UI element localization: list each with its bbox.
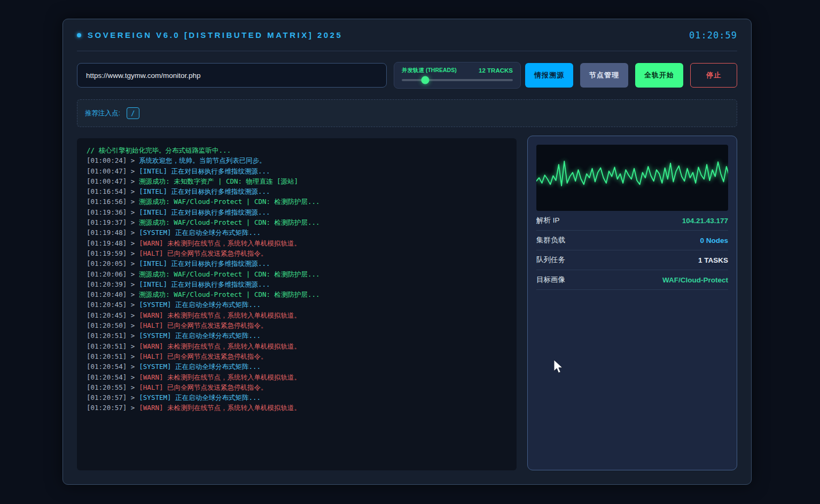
log-line: [01:00:47] >溯源成功: 未知数字资产 | CDN: 物理直连 [源站… bbox=[87, 176, 507, 186]
stats-list: 解析 IP104.21.43.177集群负载0 Nodes队列任务1 TASKS… bbox=[536, 211, 728, 290]
header-bar: SOVEREIGN V6.0 [DISTRIBUTED MATRIX] 2025… bbox=[77, 19, 737, 51]
threads-slider-panel: 并发轨道 (THREADS) 12 TRACKS bbox=[394, 62, 521, 89]
traffic-waveform-chart bbox=[536, 145, 728, 211]
log-line: [01:00:24] >系统欢迎您，统帅。当前节点列表已同步。 bbox=[87, 155, 507, 166]
stat-label: 队列任务 bbox=[536, 255, 565, 265]
stat-value: 104.21.43.177 bbox=[682, 217, 728, 225]
log-line: [01:19:36] >[INTEL] 正在对目标执行多维指纹溯源... bbox=[87, 207, 507, 217]
log-line: [01:19:59] >[HALT] 已向全网节点发送紧急停机指令。 bbox=[87, 248, 507, 258]
stat-value: 1 TASKS bbox=[698, 256, 728, 264]
target-url-input[interactable] bbox=[77, 63, 387, 88]
log-line: [01:20:06] >溯源成功: WAF/Cloud-Protect | CD… bbox=[87, 269, 507, 279]
log-line: [01:20:57] >[SYSTEM] 正在启动全球分布式矩阵... bbox=[87, 392, 507, 403]
log-line: [01:20:54] >[WARN] 未检测到在线节点，系统转入单机模拟轨道。 bbox=[87, 372, 507, 382]
clock: 01:20:59 bbox=[689, 30, 737, 41]
stat-label: 集群负载 bbox=[536, 235, 565, 245]
injection-point-badge[interactable]: / bbox=[127, 107, 139, 119]
threads-slider-track[interactable] bbox=[402, 79, 513, 81]
stat-row: 目标画像WAF/Cloud-Protect bbox=[536, 270, 728, 290]
log-line: [01:20:51] >[WARN] 未检测到在线节点，系统转入单机模拟轨道。 bbox=[87, 341, 507, 351]
stat-label: 目标画像 bbox=[536, 275, 565, 285]
log-line: [01:20:45] >[WARN] 未检测到在线节点，系统转入单机模拟轨道。 bbox=[87, 310, 507, 320]
log-line: [01:20:50] >[HALT] 已向全网节点发送紧急停机指令。 bbox=[87, 320, 507, 330]
log-line: // 核心引擎初始化完毕。分布式链路监听中... bbox=[87, 145, 507, 155]
log-line: [01:20:45] >[SYSTEM] 正在启动全球分布式矩阵... bbox=[87, 300, 507, 310]
log-line: [01:20:40] >溯源成功: WAF/Cloud-Protect | CD… bbox=[87, 289, 507, 300]
stop-button[interactable]: 停止 bbox=[690, 63, 737, 88]
injection-points-label: 推荐注入点: bbox=[85, 109, 120, 118]
intel-trace-button[interactable]: 情报溯源 bbox=[525, 63, 573, 88]
threads-value: 12 TRACKS bbox=[479, 67, 513, 74]
start-all-button[interactable]: 全轨开始 bbox=[635, 63, 683, 88]
stat-label: 解析 IP bbox=[536, 216, 560, 225]
target-info-panel: 解析 IP104.21.43.177集群负载0 Nodes队列任务1 TASKS… bbox=[527, 136, 737, 470]
action-buttons: 情报溯源节点管理全轨开始停止 bbox=[525, 63, 737, 88]
node-manage-button[interactable]: 节点管理 bbox=[580, 63, 628, 88]
stat-value: WAF/Cloud-Protect bbox=[662, 276, 728, 284]
log-line: [01:20:51] >[SYSTEM] 正在启动全球分布式矩阵... bbox=[87, 330, 507, 341]
stat-row: 集群负载0 Nodes bbox=[536, 231, 728, 250]
log-line: [01:19:48] >[SYSTEM] 正在启动全球分布式矩阵... bbox=[87, 227, 507, 238]
app-title: SOVEREIGN V6.0 [DISTRIBUTED MATRIX] 2025 bbox=[88, 30, 342, 40]
log-line: [01:20:51] >[HALT] 已向全网节点发送紧急停机指令。 bbox=[87, 351, 507, 361]
controls-bar: 并发轨道 (THREADS) 12 TRACKS 情报溯源节点管理全轨开始停止 bbox=[77, 62, 737, 89]
threads-slider-thumb[interactable] bbox=[421, 76, 429, 84]
log-line: [01:16:56] >溯源成功: WAF/Cloud-Protect | CD… bbox=[87, 196, 507, 207]
log-line: [01:00:47] >[INTEL] 正在对目标执行多维指纹溯源... bbox=[87, 166, 507, 176]
log-line: [01:20:05] >[INTEL] 正在对目标执行多维指纹溯源... bbox=[87, 258, 507, 269]
log-line: [01:19:37] >溯源成功: WAF/Cloud-Protect | CD… bbox=[87, 217, 507, 227]
app-window: SOVEREIGN V6.0 [DISTRIBUTED MATRIX] 2025… bbox=[63, 19, 752, 485]
log-line: [01:16:54] >[INTEL] 正在对目标执行多维指纹溯源... bbox=[87, 186, 507, 196]
log-console[interactable]: // 核心引擎初始化完毕。分布式链路监听中...[01:00:24] >系统欢迎… bbox=[77, 138, 517, 470]
log-line: [01:20:57] >[WARN] 未检测到在线节点，系统转入单机模拟轨道。 bbox=[87, 403, 507, 413]
stat-row: 队列任务1 TASKS bbox=[536, 250, 728, 270]
status-dot-icon bbox=[77, 33, 81, 37]
log-line: [01:20:55] >[HALT] 已向全网节点发送紧急停机指令。 bbox=[87, 382, 507, 392]
threads-label: 并发轨道 (THREADS) bbox=[402, 67, 457, 74]
log-line: [01:20:39] >[INTEL] 正在对目标执行多维指纹溯源... bbox=[87, 279, 507, 289]
stat-row: 解析 IP104.21.43.177 bbox=[536, 211, 728, 231]
log-line: [01:20:54] >[SYSTEM] 正在启动全球分布式矩阵... bbox=[87, 361, 507, 372]
log-line: [01:19:48] >[WARN] 未检测到在线节点，系统转入单机模拟轨道。 bbox=[87, 238, 507, 248]
injection-points-bar: 推荐注入点: / bbox=[77, 99, 737, 127]
stat-value: 0 Nodes bbox=[700, 237, 728, 245]
